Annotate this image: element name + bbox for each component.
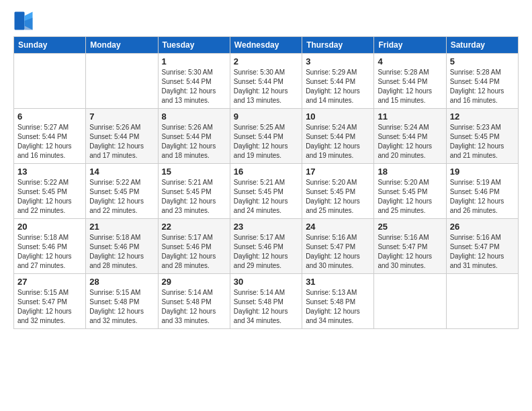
day-number: 1 <box>162 56 226 66</box>
day-info: Sunrise: 5:14 AM Sunset: 5:48 PM Dayligh… <box>234 288 298 326</box>
header <box>13 11 519 31</box>
day-cell: 5Sunrise: 5:28 AM Sunset: 5:44 PM Daylig… <box>446 54 518 109</box>
day-cell: 19Sunrise: 5:19 AM Sunset: 5:46 PM Dayli… <box>446 164 518 219</box>
page: SundayMondayTuesdayWednesdayThursdayFrid… <box>0 0 532 411</box>
week-row-4: 20Sunrise: 5:18 AM Sunset: 5:46 PM Dayli… <box>14 219 519 274</box>
day-cell: 6Sunrise: 5:27 AM Sunset: 5:44 PM Daylig… <box>14 109 86 164</box>
day-number: 12 <box>450 111 515 122</box>
day-info: Sunrise: 5:20 AM Sunset: 5:45 PM Dayligh… <box>378 178 442 216</box>
day-number: 3 <box>306 56 370 66</box>
day-number: 6 <box>17 111 82 122</box>
day-number: 15 <box>162 167 226 177</box>
week-row-3: 13Sunrise: 5:22 AM Sunset: 5:45 PM Dayli… <box>14 164 519 219</box>
day-number: 5 <box>450 56 515 66</box>
day-cell: 26Sunrise: 5:16 AM Sunset: 5:47 PM Dayli… <box>446 219 518 274</box>
day-info: Sunrise: 5:15 AM Sunset: 5:48 PM Dayligh… <box>89 288 154 326</box>
day-info: Sunrise: 5:24 AM Sunset: 5:44 PM Dayligh… <box>378 123 442 161</box>
header-cell-saturday: Saturday <box>446 37 518 54</box>
week-row-2: 6Sunrise: 5:27 AM Sunset: 5:44 PM Daylig… <box>14 109 519 164</box>
day-number: 2 <box>234 56 298 66</box>
day-info: Sunrise: 5:18 AM Sunset: 5:46 PM Dayligh… <box>89 233 154 271</box>
day-info: Sunrise: 5:16 AM Sunset: 5:47 PM Dayligh… <box>450 233 515 271</box>
day-cell <box>14 54 86 109</box>
day-info: Sunrise: 5:28 AM Sunset: 5:44 PM Dayligh… <box>378 68 442 105</box>
day-info: Sunrise: 5:13 AM Sunset: 5:48 PM Dayligh… <box>306 288 370 326</box>
header-cell-thursday: Thursday <box>302 37 374 54</box>
day-info: Sunrise: 5:18 AM Sunset: 5:46 PM Dayligh… <box>17 233 82 271</box>
day-info: Sunrise: 5:21 AM Sunset: 5:45 PM Dayligh… <box>162 178 226 216</box>
day-cell: 29Sunrise: 5:14 AM Sunset: 5:48 PM Dayli… <box>158 274 230 329</box>
day-cell: 11Sunrise: 5:24 AM Sunset: 5:44 PM Dayli… <box>374 109 446 164</box>
day-cell: 16Sunrise: 5:21 AM Sunset: 5:45 PM Dayli… <box>230 164 302 219</box>
day-cell: 4Sunrise: 5:28 AM Sunset: 5:44 PM Daylig… <box>374 54 446 109</box>
day-number: 9 <box>234 111 298 122</box>
day-number: 25 <box>378 222 442 232</box>
week-row-1: 1Sunrise: 5:30 AM Sunset: 5:44 PM Daylig… <box>14 54 519 109</box>
day-number: 28 <box>89 277 154 287</box>
header-cell-wednesday: Wednesday <box>230 37 302 54</box>
day-cell: 27Sunrise: 5:15 AM Sunset: 5:47 PM Dayli… <box>14 274 86 329</box>
day-info: Sunrise: 5:17 AM Sunset: 5:46 PM Dayligh… <box>162 233 226 271</box>
day-info: Sunrise: 5:15 AM Sunset: 5:47 PM Dayligh… <box>17 288 82 326</box>
day-cell: 14Sunrise: 5:22 AM Sunset: 5:45 PM Dayli… <box>86 164 158 219</box>
day-info: Sunrise: 5:20 AM Sunset: 5:45 PM Dayligh… <box>306 178 370 216</box>
day-number: 11 <box>378 111 442 122</box>
day-number: 4 <box>378 56 442 66</box>
day-info: Sunrise: 5:28 AM Sunset: 5:44 PM Dayligh… <box>450 68 515 105</box>
header-cell-monday: Monday <box>86 37 158 54</box>
day-info: Sunrise: 5:26 AM Sunset: 5:44 PM Dayligh… <box>162 123 226 161</box>
day-cell <box>86 54 158 109</box>
day-cell: 10Sunrise: 5:24 AM Sunset: 5:44 PM Dayli… <box>302 109 374 164</box>
day-info: Sunrise: 5:16 AM Sunset: 5:47 PM Dayligh… <box>378 233 442 271</box>
day-number: 22 <box>162 222 226 232</box>
day-cell: 1Sunrise: 5:30 AM Sunset: 5:44 PM Daylig… <box>158 54 230 109</box>
day-number: 10 <box>306 111 370 122</box>
day-info: Sunrise: 5:26 AM Sunset: 5:44 PM Dayligh… <box>89 123 154 161</box>
day-number: 27 <box>17 277 82 287</box>
day-info: Sunrise: 5:30 AM Sunset: 5:44 PM Dayligh… <box>162 68 226 105</box>
day-number: 7 <box>89 111 154 122</box>
day-number: 20 <box>17 222 82 232</box>
header-cell-friday: Friday <box>374 37 446 54</box>
day-number: 13 <box>17 167 82 177</box>
day-info: Sunrise: 5:21 AM Sunset: 5:45 PM Dayligh… <box>234 178 298 216</box>
day-cell: 3Sunrise: 5:29 AM Sunset: 5:44 PM Daylig… <box>302 54 374 109</box>
day-info: Sunrise: 5:22 AM Sunset: 5:45 PM Dayligh… <box>17 178 82 216</box>
day-cell <box>446 274 518 329</box>
day-cell: 9Sunrise: 5:25 AM Sunset: 5:44 PM Daylig… <box>230 109 302 164</box>
day-info: Sunrise: 5:23 AM Sunset: 5:45 PM Dayligh… <box>450 123 515 161</box>
day-cell: 20Sunrise: 5:18 AM Sunset: 5:46 PM Dayli… <box>14 219 86 274</box>
day-info: Sunrise: 5:14 AM Sunset: 5:48 PM Dayligh… <box>162 288 226 326</box>
day-cell: 21Sunrise: 5:18 AM Sunset: 5:46 PM Dayli… <box>86 219 158 274</box>
day-number: 21 <box>89 222 154 232</box>
day-number: 18 <box>378 167 442 177</box>
day-number: 14 <box>89 167 154 177</box>
day-info: Sunrise: 5:22 AM Sunset: 5:45 PM Dayligh… <box>89 178 154 216</box>
calendar-table: SundayMondayTuesdayWednesdayThursdayFrid… <box>13 36 519 329</box>
day-number: 26 <box>450 222 515 232</box>
day-number: 23 <box>234 222 298 232</box>
week-row-5: 27Sunrise: 5:15 AM Sunset: 5:47 PM Dayli… <box>14 274 519 329</box>
day-info: Sunrise: 5:17 AM Sunset: 5:46 PM Dayligh… <box>234 233 298 271</box>
day-cell: 22Sunrise: 5:17 AM Sunset: 5:46 PM Dayli… <box>158 219 230 274</box>
day-cell: 30Sunrise: 5:14 AM Sunset: 5:48 PM Dayli… <box>230 274 302 329</box>
day-number: 29 <box>162 277 226 287</box>
svg-rect-0 <box>15 12 25 30</box>
day-cell: 7Sunrise: 5:26 AM Sunset: 5:44 PM Daylig… <box>86 109 158 164</box>
day-cell <box>374 274 446 329</box>
day-number: 31 <box>306 277 370 287</box>
day-info: Sunrise: 5:24 AM Sunset: 5:44 PM Dayligh… <box>306 123 370 161</box>
day-number: 8 <box>162 111 226 122</box>
logo <box>13 11 38 31</box>
day-number: 30 <box>234 277 298 287</box>
day-cell: 8Sunrise: 5:26 AM Sunset: 5:44 PM Daylig… <box>158 109 230 164</box>
day-cell: 23Sunrise: 5:17 AM Sunset: 5:46 PM Dayli… <box>230 219 302 274</box>
day-cell: 12Sunrise: 5:23 AM Sunset: 5:45 PM Dayli… <box>446 109 518 164</box>
day-info: Sunrise: 5:16 AM Sunset: 5:47 PM Dayligh… <box>306 233 370 271</box>
day-number: 24 <box>306 222 370 232</box>
day-cell: 31Sunrise: 5:13 AM Sunset: 5:48 PM Dayli… <box>302 274 374 329</box>
day-cell: 2Sunrise: 5:30 AM Sunset: 5:44 PM Daylig… <box>230 54 302 109</box>
day-cell: 28Sunrise: 5:15 AM Sunset: 5:48 PM Dayli… <box>86 274 158 329</box>
day-number: 16 <box>234 167 298 177</box>
day-cell: 17Sunrise: 5:20 AM Sunset: 5:45 PM Dayli… <box>302 164 374 219</box>
